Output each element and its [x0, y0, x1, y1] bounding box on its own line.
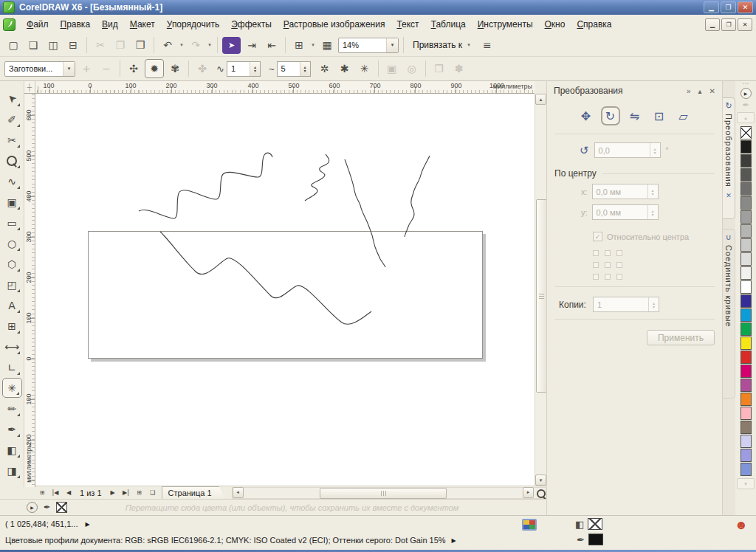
freehand-curve-4[interactable]	[405, 156, 430, 237]
rotate-transform-button[interactable]: ↻	[601, 106, 620, 125]
scroll-down-button[interactable]: ▾	[535, 475, 546, 486]
paste-button[interactable]: ❒	[131, 36, 149, 54]
color-swatch-20[interactable]	[740, 407, 752, 420]
docker-close-button[interactable]: ✕	[709, 87, 715, 95]
welcome-screen-button[interactable]: ▦	[318, 36, 336, 54]
size-transform-button[interactable]: ⊡	[650, 106, 669, 125]
rotation-angle-field[interactable]: 0,0 ▴▾	[594, 142, 661, 158]
table-tool[interactable]: ⊞	[2, 316, 22, 336]
search-content-button[interactable]: ➤	[222, 37, 241, 54]
ruler-origin-button[interactable]: ┼	[24, 81, 35, 94]
relative-center-checkbox[interactable]: ✓	[593, 232, 602, 241]
position-transform-button[interactable]: ✥	[577, 106, 596, 125]
import-button[interactable]: ⇥	[243, 36, 261, 54]
freehand-tool[interactable]: ∿	[2, 171, 22, 191]
spinner-arrows[interactable]: ▴▾	[250, 62, 260, 76]
fill-color-indicator[interactable]	[588, 518, 602, 530]
tab-join-curves[interactable]: ∪ Соединить кривые	[723, 229, 735, 399]
smart-fill-tool[interactable]: ▣	[2, 192, 22, 212]
first-page-button[interactable]: |◀	[49, 487, 62, 498]
zipper-amplitude-spinner-value[interactable]: 1▴▾	[227, 61, 261, 77]
no-color-swatch[interactable]	[56, 502, 67, 513]
horizontal-scrollbar[interactable]: ◂ ▸	[232, 487, 546, 499]
distort-tool[interactable]: ✳	[2, 378, 22, 398]
page-tab[interactable]: Страница 1	[162, 486, 226, 499]
document-palette-menu-button[interactable]: ▶	[27, 502, 38, 513]
scale-mirror-transform-button[interactable]: ⇋	[625, 106, 645, 125]
chevron-down-icon[interactable]: ▾	[310, 42, 316, 48]
color-swatch-9[interactable]	[740, 252, 752, 266]
color-swatch-10[interactable]	[740, 266, 752, 280]
color-swatch-1[interactable]	[740, 140, 752, 153]
chevron-down-icon[interactable]: ▾	[63, 62, 75, 76]
color-swatch-24[interactable]	[740, 463, 752, 476]
chevron-down-icon[interactable]: ▾	[179, 42, 185, 48]
color-swatch-19[interactable]	[740, 393, 752, 406]
color-swatch-11[interactable]	[740, 280, 752, 294]
docker-tab-close-icon[interactable]: ✕	[726, 192, 732, 199]
menu-item-Упорядочить[interactable]: Упорядочить	[161, 15, 225, 33]
horizontal-scrollbar-thumb[interactable]	[320, 488, 447, 499]
zoom-level-combo[interactable]: 14%▾	[338, 38, 399, 53]
zoom-fit-button[interactable]	[535, 488, 547, 500]
push-pull-distortion-button[interactable]: ✣	[125, 60, 142, 77]
horizontal-ruler[interactable]: 10001002003004005006007008009001000милли…	[35, 81, 535, 94]
chevron-down-icon[interactable]: ▾	[207, 42, 213, 48]
color-swatch-15[interactable]	[740, 337, 752, 350]
ellipse-tool[interactable]: ○	[2, 233, 22, 253]
application-launcher-button[interactable]: ⊞	[290, 36, 308, 54]
color-swatch-2[interactable]	[740, 154, 752, 168]
color-eyedropper-tool[interactable]: ✏	[2, 399, 22, 418]
zipper-frequency-spinner-value[interactable]: 5▴▾	[277, 61, 311, 77]
text-tool[interactable]: A	[2, 295, 22, 315]
outline-pen-tool[interactable]: ✒	[2, 419, 22, 439]
mdi-close-button[interactable]: ✕	[738, 18, 752, 31]
scroll-left-button[interactable]: ◂	[233, 487, 244, 498]
menu-item-Окно[interactable]: Окно	[539, 15, 571, 33]
vertical-scrollbar[interactable]: ▴ ▾	[535, 94, 546, 486]
skew-transform-button[interactable]: ▱	[674, 106, 693, 125]
color-swatch-8[interactable]	[740, 238, 752, 252]
next-page-button[interactable]: ▶	[106, 487, 120, 498]
color-swatch-16[interactable]	[740, 351, 752, 364]
color-swatch-6[interactable]	[740, 210, 752, 224]
coordinates-expand-arrow[interactable]: ▶	[85, 521, 89, 528]
zipper-frequency-spinner[interactable]: ~5▴▾	[269, 61, 311, 77]
color-swatch-14[interactable]	[740, 322, 752, 336]
zipper-distortion-button[interactable]: ✹	[145, 59, 164, 78]
open-button[interactable]: ❏	[24, 36, 42, 54]
drawing-canvas[interactable]	[35, 94, 535, 486]
center-x-field[interactable]: 0,0 мм ▴▾	[592, 184, 659, 199]
palette-drag-handle[interactable]: ⋯	[743, 81, 749, 86]
color-swatch-23[interactable]	[740, 449, 752, 462]
zoom-tool[interactable]	[2, 151, 22, 170]
eyedropper-icon[interactable]: ✒	[44, 503, 50, 512]
color-swatch-4[interactable]	[740, 182, 752, 196]
shape-tool[interactable]: ✐	[2, 109, 22, 129]
new-document-button[interactable]: ▢	[4, 36, 22, 54]
fill-tool[interactable]: ◧	[2, 440, 22, 460]
color-swatch-21[interactable]	[740, 421, 752, 434]
spinner-arrows[interactable]: ▴▾	[300, 62, 310, 76]
color-swatch-7[interactable]	[740, 224, 752, 238]
menu-item-Файл[interactable]: Файл	[21, 15, 55, 33]
menu-item-Макет[interactable]: Макет	[124, 15, 161, 33]
restore-button[interactable]: ❐	[721, 1, 736, 13]
profiles-expand-arrow[interactable]: ▶	[452, 537, 456, 544]
pick-tool[interactable]: ➤	[2, 89, 22, 108]
freehand-curve-5[interactable]	[160, 232, 371, 324]
menu-item-Таблица[interactable]: Таблица	[425, 15, 472, 33]
menu-item-Инструменты[interactable]: Инструменты	[472, 15, 539, 33]
save-button[interactable]: ◫	[44, 36, 62, 54]
options-button[interactable]: ≡	[478, 36, 496, 54]
color-swatch-3[interactable]	[740, 168, 752, 182]
freehand-curve-2[interactable]	[305, 154, 329, 201]
print-button[interactable]: ⊟	[64, 36, 82, 54]
export-button[interactable]: ⇤	[263, 36, 281, 54]
scroll-up-button[interactable]: ▴	[535, 94, 546, 105]
minimize-button[interactable]: ▁	[704, 1, 719, 13]
color-swatch-12[interactable]	[740, 294, 752, 308]
polygon-tool[interactable]: ⬡	[2, 254, 22, 274]
random-distortion-button[interactable]: ✲	[316, 60, 334, 77]
chevron-down-icon[interactable]: ▾	[386, 38, 398, 52]
